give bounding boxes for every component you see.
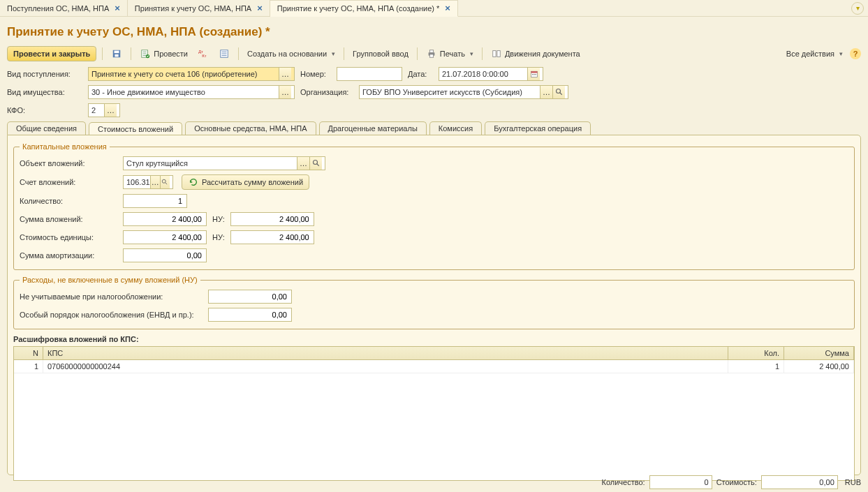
input-value[interactable] — [212, 292, 288, 301]
post-and-close-button[interactable]: Провести и закрыть — [7, 46, 96, 61]
btn-label: Создать на основании — [247, 50, 327, 58]
investment-account-input[interactable]: 106.31 … — [123, 175, 173, 189]
app-tab-registrations[interactable]: Принятия к учету ОС, НМА, НПА × — [128, 0, 270, 17]
number-label: Номер: — [300, 70, 331, 78]
input-value[interactable] — [126, 251, 203, 260]
close-icon[interactable]: × — [115, 3, 120, 13]
input-value[interactable] — [212, 310, 288, 320]
cell-sum: 2 400,00 — [784, 360, 854, 373]
svg-point-20 — [313, 161, 317, 165]
unit-cost-label: Стоимость единицы: — [20, 233, 117, 241]
app-tab-receipts[interactable]: Поступления ОС, НМА, НПА × — [0, 0, 128, 17]
tab-precious-materials[interactable]: Драгоценные материалы — [319, 121, 427, 135]
tab-fixed-assets[interactable]: Основные средства, НМА, НПА — [185, 121, 316, 135]
header-form: Вид поступления: Принятие к учету со сче… — [7, 67, 861, 117]
investment-account-label: Счет вложений: — [20, 178, 117, 186]
not-taxable-input[interactable] — [208, 290, 292, 304]
movements-button[interactable]: Движения документа — [488, 46, 583, 61]
calendar-icon[interactable] — [527, 68, 540, 80]
svg-line-23 — [165, 183, 168, 185]
input-value[interactable] — [126, 196, 184, 206]
col-header-sum[interactable]: Сумма — [784, 347, 854, 359]
expand-icon[interactable]: ▾ — [851, 2, 864, 15]
investment-sum-nu-input[interactable] — [230, 212, 314, 226]
input-value[interactable] — [234, 214, 311, 224]
input-value[interactable] — [126, 232, 203, 242]
footer-cost-label: Стоимость: — [716, 478, 757, 486]
app-tab-label: Поступления ОС, НМА, НПА — [7, 4, 109, 13]
input-value[interactable] — [126, 214, 203, 224]
input-value: Принятие к учету со счета 106 (приобрете… — [91, 70, 279, 78]
receipt-type-input[interactable]: Принятие к учету со счета 106 (приобрете… — [88, 67, 295, 81]
svg-rect-10 — [429, 54, 433, 57]
post-button[interactable]: Провести — [137, 46, 191, 61]
app-tab-create[interactable]: Принятие к учету ОС, НМА, НПА (создание)… — [270, 0, 458, 17]
ellipsis-icon[interactable]: … — [297, 157, 309, 170]
property-type-input[interactable]: 30 - Иное движимое имущество … — [88, 85, 295, 99]
help-icon[interactable]: ? — [850, 48, 861, 59]
create-on-basis-button[interactable]: Создать на основании — [244, 46, 338, 61]
ellipsis-icon[interactable]: … — [279, 68, 291, 80]
tab-investment-cost[interactable]: Стоимость вложений — [89, 122, 182, 135]
ellipsis-icon[interactable]: … — [104, 104, 117, 117]
table-row[interactable]: 1 07060000000000244 1 2 400,00 — [14, 360, 854, 373]
unit-cost-input[interactable] — [123, 230, 207, 244]
ellipsis-icon[interactable]: … — [150, 176, 160, 188]
tab-general[interactable]: Общие сведения — [7, 121, 86, 135]
cell-n: 1 — [14, 360, 43, 373]
svg-rect-12 — [497, 51, 500, 57]
kfo-label: КФО: — [7, 106, 82, 114]
col-header-kol[interactable]: Кол. — [728, 347, 784, 359]
nu-label: НУ: — [212, 215, 225, 223]
dtkt-button[interactable]: ДтКт — [195, 46, 212, 61]
magnifier-icon[interactable] — [552, 86, 565, 98]
input-value[interactable] — [234, 232, 311, 242]
col-header-n[interactable]: N — [14, 347, 43, 359]
save-button[interactable] — [108, 46, 125, 61]
group-input-button[interactable]: Групповой ввод — [350, 46, 411, 61]
footer-qty-value: 0 — [649, 475, 712, 489]
tab-content: Капитальные вложения Объект вложений: Ст… — [7, 135, 861, 475]
special-tax-label: Особый порядок налогообложения (ЕНВД и п… — [20, 311, 203, 319]
number-input[interactable] — [337, 67, 402, 81]
save-icon — [111, 48, 122, 59]
print-button[interactable]: Печать — [423, 46, 476, 61]
organization-input[interactable]: ГОБУ ВПО Университет искусств (Субсидия)… — [359, 85, 568, 99]
register-button[interactable] — [216, 46, 233, 61]
kfo-input[interactable]: 2 … — [88, 103, 120, 117]
tab-label: Комиссия — [439, 124, 473, 133]
footer-qty-label: Количество: — [601, 478, 645, 486]
investment-sum-input[interactable] — [123, 212, 207, 226]
app-tab-label: Принятие к учету ОС, НМА, НПА (создание)… — [277, 4, 440, 13]
ellipsis-icon[interactable]: … — [279, 86, 291, 98]
magnifier-icon[interactable] — [309, 157, 322, 170]
unit-cost-nu-input[interactable] — [230, 230, 314, 244]
input-value: 21.07.2018 0:00:00 — [442, 70, 527, 78]
amortization-sum-input[interactable] — [123, 248, 207, 262]
input-value[interactable] — [340, 69, 399, 79]
svg-line-21 — [316, 164, 318, 166]
value: 0 — [705, 478, 709, 486]
col-header-kps[interactable]: КПС — [43, 347, 728, 359]
investment-sum-label: Сумма вложений: — [20, 215, 117, 223]
ellipsis-icon[interactable]: … — [540, 86, 552, 98]
kps-table-title: Расшифровка вложений по КПС: — [13, 335, 855, 343]
tab-label: Драгоценные материалы — [328, 124, 418, 133]
close-icon[interactable]: × — [445, 3, 450, 13]
all-actions-button[interactable]: Все действия — [784, 46, 846, 61]
magnifier-icon[interactable] — [160, 176, 170, 188]
table-body[interactable]: 1 07060000000000244 1 2 400,00 — [14, 360, 854, 480]
date-input[interactable]: 21.07.2018 0:00:00 — [439, 67, 543, 81]
tab-accounting-operation[interactable]: Бухгалтерская операция — [485, 121, 591, 135]
recalc-sum-button[interactable]: Рассчитать сумму вложений — [182, 174, 309, 190]
tab-label: Общие сведения — [16, 124, 77, 133]
page-title: Принятие к учету ОС, НМА, НПА (создание)… — [7, 25, 861, 39]
quantity-input[interactable] — [123, 194, 187, 208]
close-icon[interactable]: × — [257, 3, 263, 13]
investment-object-input[interactable]: Стул крутящийся … — [123, 156, 325, 170]
post-icon — [140, 48, 151, 59]
cell-kol: 1 — [728, 360, 784, 373]
special-tax-input[interactable] — [208, 308, 292, 322]
svg-rect-15 — [532, 74, 534, 75]
tab-commission[interactable]: Комиссия — [429, 121, 482, 135]
